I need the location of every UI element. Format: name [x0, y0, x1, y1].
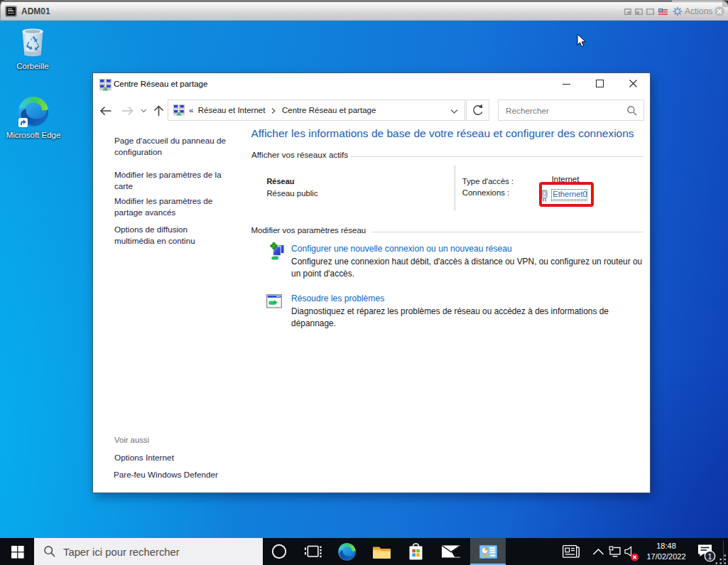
- svg-text:1: 1: [708, 552, 712, 561]
